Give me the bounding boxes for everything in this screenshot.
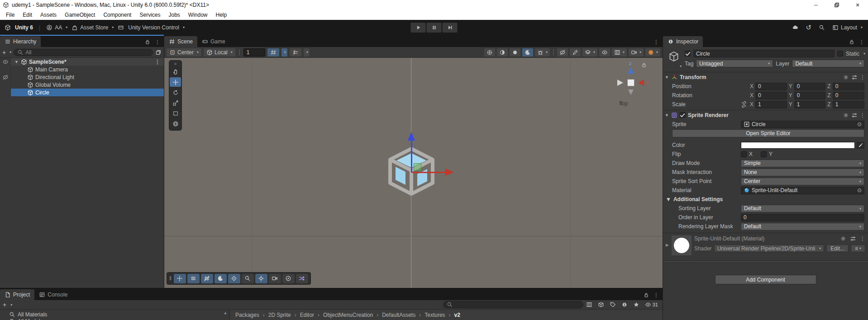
material-preview-thumbnail[interactable] <box>672 235 692 255</box>
scale-tool-icon[interactable] <box>170 98 181 108</box>
menu-assets[interactable]: Assets <box>36 12 61 18</box>
eye-icon[interactable]: 31 <box>645 301 658 308</box>
package-icon[interactable] <box>598 301 604 308</box>
flip-x-checkbox[interactable] <box>741 151 747 157</box>
kebab-menu-icon[interactable]: ⋮ <box>859 39 864 45</box>
account-menu[interactable]: AA▾ <box>46 24 67 31</box>
presets-icon[interactable] <box>851 112 858 118</box>
gameobject-icon[interactable] <box>668 51 680 62</box>
rotation-x-field[interactable]: 0 <box>755 92 787 99</box>
minimize-button[interactable]: ─ <box>806 0 826 10</box>
shaded-mode-icon[interactable] <box>484 48 495 56</box>
x-axis-cone[interactable] <box>638 80 644 86</box>
negative-x-axis-cone[interactable] <box>617 80 623 86</box>
sprite-renderer-component-header[interactable]: ▼ Sprite Renderer ? ⋮ <box>663 110 868 120</box>
pause-button[interactable] <box>427 23 442 33</box>
effects-icon[interactable] <box>522 48 533 56</box>
audio-icon[interactable] <box>510 48 520 56</box>
order-in-layer-field[interactable]: 0 <box>741 214 864 221</box>
snap-settings-dropdown-icon[interactable]: ▾ <box>304 48 310 56</box>
collapse-icon[interactable]: ▼ <box>14 60 19 64</box>
foldout-icon[interactable]: ▶ <box>666 235 669 255</box>
hierarchy-item-main-camera[interactable]: Main Camera <box>0 66 164 73</box>
breadcrumb-item-objectmenucreation[interactable]: ObjectMenuCreation <box>323 312 373 318</box>
scene-overlays-toolbar[interactable]: ‖ <box>167 272 311 285</box>
sorting-layer-dropdown[interactable]: Default▾ <box>741 205 864 212</box>
kebab-menu-icon[interactable]: ⋮ <box>155 39 160 45</box>
lock-icon[interactable] <box>643 292 649 298</box>
play-button[interactable] <box>411 23 426 33</box>
rotation-z-field[interactable]: 0 <box>833 92 864 99</box>
grid-snapping-dropdown-icon[interactable]: ▾ <box>281 48 287 56</box>
tools-overlay[interactable]: ≡ <box>169 60 182 131</box>
active-checkbox[interactable] <box>685 51 691 56</box>
sprite-sort-point-dropdown[interactable]: Center▾ <box>741 178 864 185</box>
overlay-drag-handle[interactable]: ≡ <box>174 61 176 66</box>
grid-snap-icon[interactable] <box>201 274 213 283</box>
shader-list-dropdown[interactable]: ≡▾ <box>851 245 865 252</box>
grid-snap-value-field[interactable]: 1 <box>243 48 265 56</box>
presets-icon[interactable] <box>851 74 858 80</box>
scene-viewport[interactable]: ≡ z x <box>164 58 663 288</box>
project-sidebar-item-all-materials[interactable]: All Materials <box>0 311 229 318</box>
view-orientation-label[interactable]: Top <box>619 100 628 107</box>
constrain-proportions-icon[interactable] <box>741 101 748 108</box>
lighting-icon[interactable] <box>497 48 508 56</box>
label-icon[interactable] <box>610 301 616 308</box>
position-z-field[interactable]: 0 <box>833 83 864 90</box>
overlay-drag-handle[interactable]: ‖ <box>169 275 172 282</box>
scene-orientation-gizmo[interactable]: z x ≡ Top <box>613 61 652 109</box>
step-button[interactable] <box>443 23 458 33</box>
additional-settings-foldout[interactable]: ▼ Additional Settings <box>663 195 868 204</box>
item-visibility-toggle[interactable] <box>0 89 11 96</box>
material-object-field[interactable]: Sprite-Unlit-Default ⊙ <box>741 187 864 194</box>
kebab-menu-icon[interactable]: ⋮ <box>860 235 865 242</box>
static-dropdown-icon[interactable]: ▾ <box>863 52 865 56</box>
position-x-field[interactable]: 0 <box>755 83 787 90</box>
tab-project[interactable]: Project <box>0 289 34 300</box>
particles-icon[interactable] <box>228 274 240 283</box>
version-control-icon[interactable] <box>118 24 124 31</box>
scene-visibility-toggle[interactable] <box>0 58 11 66</box>
help-icon[interactable]: ? <box>840 235 846 242</box>
menu-gameobject[interactable]: GameObject <box>61 12 99 18</box>
foldout-icon[interactable]: ▼ <box>665 113 669 118</box>
open-window-icon[interactable] <box>155 49 162 56</box>
item-visibility-toggle[interactable] <box>0 73 11 81</box>
transform-component-header[interactable]: ▼ Transform ? ⋮ <box>663 72 868 82</box>
create-button[interactable]: + <box>3 301 6 308</box>
open-sprite-editor-button[interactable]: Open Sprite Editor <box>672 129 864 137</box>
object-picker-icon[interactable]: ⊙ <box>857 121 862 127</box>
layers-icon[interactable]: ▾ <box>582 48 597 56</box>
foldout-icon[interactable]: ▼ <box>665 75 669 80</box>
view-tool-icon[interactable] <box>170 67 181 76</box>
debug-icon[interactable]: ▾ <box>535 48 550 56</box>
breadcrumb-item-textures[interactable]: Textures <box>424 312 445 318</box>
add-component-button[interactable]: Add Component <box>715 275 816 284</box>
help-icon[interactable]: ? <box>843 74 849 80</box>
tab-scene[interactable]: Scene <box>164 36 197 47</box>
rendering-layer-mask-dropdown[interactable]: Default▾ <box>741 223 864 231</box>
overlays-icon[interactable]: ▾ <box>612 48 627 56</box>
move-gizmo-z-axis[interactable] <box>411 140 412 173</box>
center-icon[interactable] <box>255 274 267 283</box>
transform-tool-icon[interactable] <box>170 119 181 128</box>
snap-settings-toggle[interactable] <box>290 48 301 56</box>
cloud-icon[interactable] <box>792 24 798 31</box>
create-dropdown-icon[interactable]: ▾ <box>10 50 11 54</box>
scale-x-field[interactable]: 1 <box>755 101 787 108</box>
sprite-object-field[interactable]: Circle ⊙ <box>741 121 864 128</box>
breadcrumb-item-editor[interactable]: Editor <box>300 312 314 318</box>
draw-mode-dropdown[interactable]: Simple▾ <box>741 160 864 167</box>
component-enabled-checkbox[interactable] <box>680 112 686 118</box>
static-checkbox[interactable] <box>837 51 843 56</box>
rotate-tool-icon[interactable] <box>170 88 181 97</box>
breadcrumb-item-defaultassets[interactable]: DefaultAssets <box>382 312 415 318</box>
search-icon[interactable] <box>819 24 825 31</box>
camera-preview-icon[interactable] <box>269 274 281 283</box>
scroll-up-icon[interactable]: ▲ <box>224 311 227 315</box>
layout-menu[interactable]: Layout▾ <box>832 24 863 31</box>
layer-dropdown[interactable]: Default▾ <box>792 60 864 67</box>
breadcrumb-item-2d-sprite[interactable]: 2D Sprite <box>268 312 291 318</box>
version-control-menu[interactable]: Unity Version Control▾ <box>128 24 185 31</box>
